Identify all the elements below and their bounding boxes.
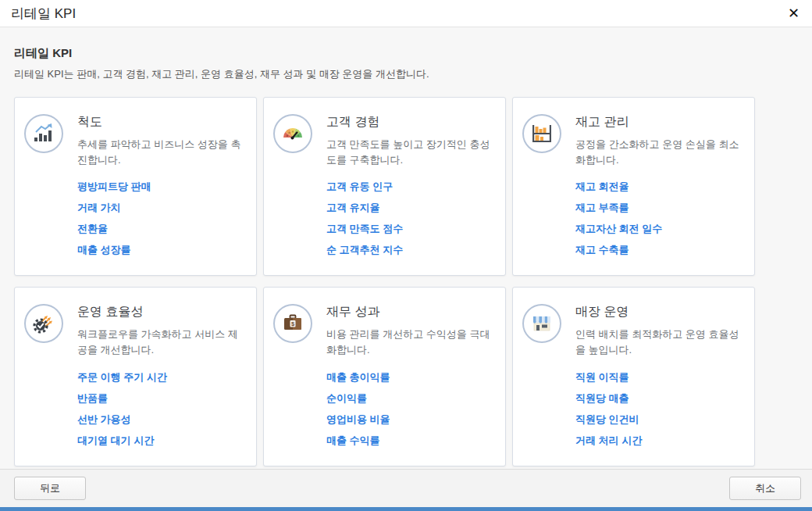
kpi-card-financial-performance: $ 재무 성과 비용 관리를 개선하고 수익성을 극대화합니다. 매출 총이익률… (263, 287, 506, 466)
card-link-list: 주문 이행 주기 시간 반품률 선반 가용성 대기열 대기 시간 (77, 370, 245, 448)
card-title: 고객 경험 (326, 114, 494, 130)
card-description: 고객 만족도를 높이고 장기적인 충성도를 구축합니다. (326, 137, 494, 168)
page-title: 리테일 KPI (14, 46, 798, 61)
card-description: 공정을 간소화하고 운영 손실을 최소화합니다. (575, 137, 743, 168)
card-link-list: 매출 총이익률 순이익률 영업비용 비율 매출 수익률 (326, 370, 494, 448)
satisfaction-gauge-icon (273, 114, 312, 153)
kpi-link-sales-growth[interactable]: 매출 성장률 (77, 243, 245, 257)
kpi-card-metrics: 척도 추세를 파악하고 비즈니스 성장을 촉진합니다. 평방피트당 판매 거래 … (14, 97, 257, 276)
kpi-link-nps[interactable]: 순 고객추천 지수 (326, 243, 494, 257)
kpi-link-opex-ratio[interactable]: 영업비용 비율 (326, 413, 494, 427)
kpi-link-conversion-rate[interactable]: 전환율 (77, 222, 245, 236)
dialog-header: 리테일 KPI ✕ (0, 0, 812, 27)
kpi-link-transaction-value[interactable]: 거래 가치 (77, 201, 245, 215)
dialog-title: 리테일 KPI (11, 5, 76, 23)
back-button[interactable]: 뒤로 (14, 477, 86, 500)
card-description: 워크플로우를 가속화하고 서비스 제공을 개선합니다. (77, 327, 245, 358)
card-description: 추세를 파악하고 비즈니스 성장을 촉진합니다. (77, 137, 245, 168)
gear-arrows-icon (24, 304, 63, 343)
storefront-icon (522, 304, 561, 343)
bar-chart-trend-icon (24, 114, 63, 153)
kpi-link-sales-per-employee[interactable]: 직원당 매출 (575, 391, 743, 406)
card-link-list: 직원 이직률 직원당 매출 직원당 인건비 거래 처리 시간 (575, 370, 743, 448)
window-bottom-edge (0, 507, 812, 511)
kpi-link-foot-traffic[interactable]: 고객 유동 인구 (326, 180, 494, 194)
kpi-card-customer-experience: 고객 경험 고객 만족도를 높이고 장기적인 충성도를 구축합니다. 고객 유동… (263, 97, 506, 276)
page-description: 리테일 KPI는 판매, 고객 경험, 재고 관리, 운영 효율성, 재무 성과… (14, 67, 798, 81)
kpi-link-days-inventory[interactable]: 재고자산 회전 일수 (575, 222, 743, 236)
kpi-link-order-cycle-time[interactable]: 주문 이행 주기 시간 (77, 370, 245, 384)
briefcase-dollar-icon: $ (273, 304, 312, 343)
card-title: 재고 관리 (575, 114, 743, 130)
kpi-link-labor-cost-per-employee[interactable]: 직원당 인건비 (575, 413, 743, 427)
card-title: 재무 성과 (326, 304, 494, 320)
kpi-link-shrinkage-rate[interactable]: 재고 수축률 (575, 243, 743, 257)
kpi-link-return-rate[interactable]: 반품률 (77, 391, 245, 406)
card-description: 비용 관리를 개선하고 수익성을 극대화합니다. (326, 327, 494, 358)
kpi-card-grid: 척도 추세를 파악하고 비즈니스 성장을 촉진합니다. 평방피트당 판매 거래 … (14, 97, 798, 466)
kpi-link-shelf-availability[interactable]: 선반 가용성 (77, 413, 245, 427)
card-link-list: 재고 회전율 재고 부족률 재고자산 회전 일수 재고 수축률 (575, 180, 743, 257)
kpi-link-customer-retention[interactable]: 고객 유지율 (326, 201, 494, 215)
kpi-link-queue-wait-time[interactable]: 대기열 대기 시간 (77, 434, 245, 448)
inventory-shelf-icon (522, 114, 561, 153)
kpi-link-stockout-rate[interactable]: 재고 부족률 (575, 201, 743, 215)
cancel-button[interactable]: 취소 (729, 477, 801, 500)
kpi-card-store-operations: 매장 운영 인력 배치를 최적화하고 운영 효율성을 높입니다. 직원 이직률 … (512, 287, 755, 466)
kpi-card-inventory-management: 재고 관리 공정을 간소화하고 운영 손실을 최소화합니다. 재고 회전율 재고… (512, 97, 755, 276)
card-title: 척도 (77, 114, 245, 130)
dialog-content: 리테일 KPI 리테일 KPI는 판매, 고객 경험, 재고 관리, 운영 효율… (0, 27, 812, 466)
card-title: 매장 운영 (575, 304, 743, 320)
kpi-link-gross-margin[interactable]: 매출 총이익률 (326, 370, 494, 384)
kpi-link-employee-turnover[interactable]: 직원 이직률 (575, 370, 743, 384)
kpi-link-net-profit-margin[interactable]: 순이익률 (326, 391, 494, 406)
kpi-link-csat-score[interactable]: 고객 만족도 점수 (326, 222, 494, 236)
kpi-link-sales-per-sqft[interactable]: 평방피트당 판매 (77, 180, 245, 194)
kpi-card-operational-efficiency: 운영 효율성 워크플로우를 가속화하고 서비스 제공을 개선합니다. 주문 이행… (14, 287, 257, 466)
kpi-link-inventory-turnover[interactable]: 재고 회전율 (575, 180, 743, 194)
dialog-footer: 뒤로 취소 (0, 469, 812, 507)
kpi-link-return-on-sales[interactable]: 매출 수익률 (326, 434, 494, 448)
card-description: 인력 배치를 최적화하고 운영 효율성을 높입니다. (575, 327, 743, 358)
card-link-list: 고객 유동 인구 고객 유지율 고객 만족도 점수 순 고객추천 지수 (326, 180, 494, 257)
card-title: 운영 효율성 (77, 304, 245, 320)
close-icon[interactable]: ✕ (788, 6, 800, 20)
card-link-list: 평방피트당 판매 거래 가치 전환율 매출 성장률 (77, 180, 245, 257)
kpi-link-transaction-processing-time[interactable]: 거래 처리 시간 (575, 434, 743, 448)
